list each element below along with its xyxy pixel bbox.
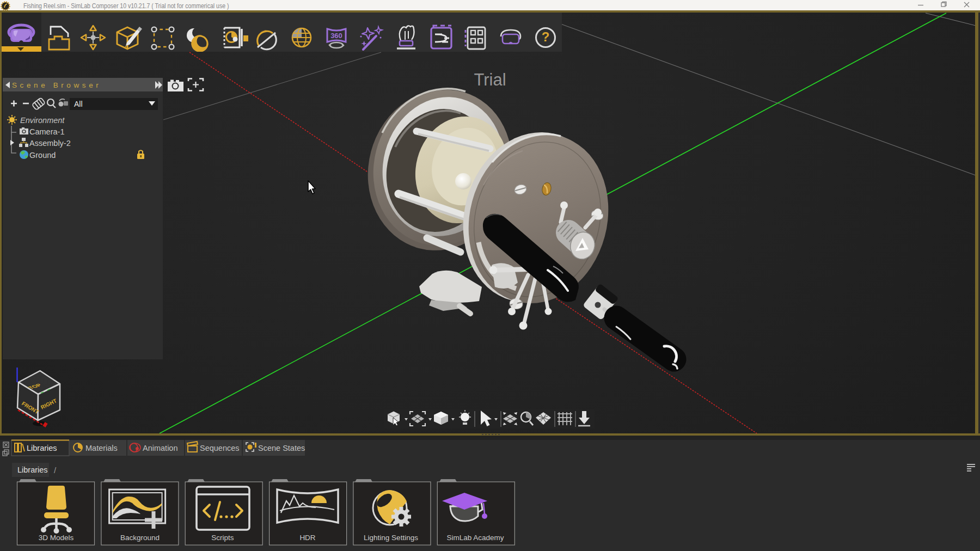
svg-text:All: All [74, 100, 83, 108]
svg-text:Libraries: Libraries [27, 444, 57, 452]
svg-text:Environment: Environment [20, 116, 65, 125]
svg-text:Scripts: Scripts [211, 534, 234, 542]
svg-text:360: 360 [330, 32, 342, 40]
svg-text:Ground: Ground [29, 151, 56, 160]
svg-text:3D Models: 3D Models [39, 534, 74, 542]
svg-text:?: ? [542, 29, 550, 44]
svg-text:Lighting Settings: Lighting Settings [364, 534, 418, 542]
svg-text:Trial: Trial [474, 70, 506, 89]
svg-text:Scene States: Scene States [258, 444, 305, 452]
svg-text:HDR: HDR [299, 534, 315, 542]
svg-text:Assembly-2: Assembly-2 [29, 139, 71, 148]
svg-text:Background: Background [120, 534, 160, 542]
svg-text:Animation: Animation [143, 444, 177, 452]
svg-text:SimLab Academy: SimLab Academy [446, 534, 504, 542]
svg-text:Materials: Materials [85, 444, 118, 452]
svg-text:Camera-1: Camera-1 [29, 127, 64, 136]
svg-text:Sequences: Sequences [200, 444, 240, 452]
svg-text:Libraries: Libraries [17, 466, 48, 474]
svg-text:Scene Browser: Scene Browser [12, 81, 101, 89]
